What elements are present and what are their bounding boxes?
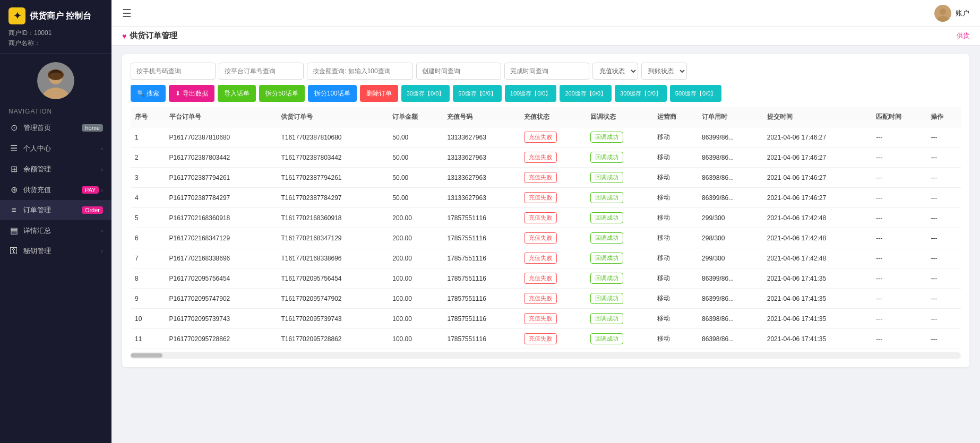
sidebar-item-profile[interactable]: ☰ 个人中心 ›	[0, 138, 111, 159]
cell-callback-status: 回调成功	[586, 208, 653, 228]
sidebar-title: 供货商户 控制台	[30, 11, 91, 22]
export-icon: ⬇	[175, 90, 180, 97]
table-row: 5 P1617702168360918 T1617702168360918 20…	[131, 208, 961, 228]
home-badge: home	[82, 124, 103, 132]
cell-op: ---	[926, 188, 961, 208]
cell-carrier: 移动	[653, 208, 698, 228]
recharge-status-badge: 充值失败	[524, 232, 557, 244]
cell-phone: 13133627963	[443, 147, 519, 168]
cell-callback-status: 回调成功	[586, 188, 653, 208]
table-row: 1 P1617702387810680 T1617702387810680 50…	[131, 127, 961, 147]
hamburger-menu-button[interactable]: ☰	[122, 7, 132, 20]
breadcrumb-right: 供货	[957, 31, 969, 40]
sidebar-item-orders[interactable]: ≡ 订单管理 Order	[0, 200, 111, 220]
cell-seq: 2	[131, 147, 165, 168]
delete-button[interactable]: 删除订单	[360, 85, 398, 102]
cell-platform-order: P1617702095739743	[165, 309, 277, 329]
page-title: 供货订单管理	[130, 31, 177, 41]
cell-phone: 13133627963	[443, 127, 519, 147]
sidebar-item-details[interactable]: ▤ 详情汇总 ›	[0, 220, 111, 241]
cell-seq: 4	[131, 188, 165, 208]
cell-carrier: 移动	[653, 289, 698, 309]
cell-amount: 50.00	[388, 127, 443, 147]
cell-supply-order: T1617702387784297	[277, 188, 388, 208]
cell-supply-order: T1617702168360918	[277, 208, 388, 228]
recharge-status-select[interactable]: 充值状态	[592, 63, 638, 80]
cell-duration: 86398/86...	[698, 329, 763, 349]
cell-submit-time: 2021-04-06 17:42:48	[763, 208, 872, 228]
recharge-status-badge: 充值失败	[524, 152, 557, 163]
cell-callback-status: 回调成功	[586, 147, 653, 168]
chevron-right-icon: ›	[101, 145, 103, 152]
create-time-search-input[interactable]	[416, 63, 501, 80]
phone-search-input[interactable]	[131, 63, 216, 80]
cache30-button[interactable]: 30缓存【0/0】	[401, 85, 450, 102]
cell-callback-status: 回调成功	[586, 168, 653, 188]
cell-carrier: 移动	[653, 228, 698, 248]
cell-platform-order: P1617702168347129	[165, 228, 277, 248]
split50-button[interactable]: 拆分50话单	[259, 85, 304, 102]
cell-duration: 86399/86...	[698, 188, 763, 208]
cell-match-time: ---	[872, 147, 926, 168]
search-button[interactable]: 🔍 搜索	[131, 85, 166, 102]
cell-amount: 200.00	[388, 208, 443, 228]
import-button[interactable]: 导入话单	[218, 85, 256, 102]
cell-recharge-status: 充值失败	[520, 147, 587, 168]
cell-duration: 86399/86...	[698, 289, 763, 309]
table-row: 10 P1617702095739743 T1617702095739743 1…	[131, 309, 961, 329]
col-submit-time: 提交时间	[763, 107, 872, 127]
cell-submit-time: 2021-04-06 17:41:35	[763, 289, 872, 309]
callback-status-badge: 回调成功	[590, 152, 623, 163]
cell-op: ---	[926, 268, 961, 289]
recharge-status-badge: 充值失败	[524, 132, 557, 143]
sidebar-item-label: 详情汇总	[23, 226, 51, 236]
amount-search-input[interactable]	[307, 63, 413, 80]
sidebar-header: ✦ 供货商户 控制台 商户ID：10001 商户名称：	[0, 0, 111, 54]
sidebar-item-label: 供货充值	[23, 185, 51, 195]
cell-amount: 100.00	[388, 309, 443, 329]
user-name-label: 账户	[956, 8, 969, 18]
callback-status-badge: 回调成功	[590, 293, 623, 304]
cell-match-time: ---	[872, 188, 926, 208]
cell-submit-time: 2021-04-06 17:46:27	[763, 127, 872, 147]
cache200-button[interactable]: 200缓存【0/0】	[560, 85, 612, 102]
col-op: 操作	[926, 107, 961, 127]
split100-button[interactable]: 拆分100话单	[308, 85, 357, 102]
cache100-button[interactable]: 100缓存【0/0】	[505, 85, 557, 102]
sidebar-item-balance[interactable]: ⊞ 余额管理 ›	[0, 159, 111, 179]
cell-recharge-status: 充值失败	[520, 127, 587, 147]
cell-submit-time: 2021-04-06 17:42:48	[763, 248, 872, 268]
sidebar-item-home[interactable]: ⊙ 管理首页 home	[0, 117, 111, 138]
content-area: 充值状态 到账状态 🔍 搜索 ⬇ 导出数据 导入话单 拆分50话单 拆分100话…	[111, 46, 980, 443]
export-button[interactable]: ⬇ 导出数据	[169, 85, 214, 102]
arrival-status-select[interactable]: 到账状态	[641, 63, 687, 80]
user-menu[interactable]: 账户	[934, 5, 969, 22]
cache50-button[interactable]: 50缓存【0/0】	[453, 85, 502, 102]
platform-order-search-input[interactable]	[219, 63, 304, 80]
cell-phone: 17857551116	[443, 208, 519, 228]
cache500-button[interactable]: 500缓存【0/0】	[670, 85, 722, 102]
table-header-row: 序号 平台订单号 供货订单号 订单金额 充值号码 充值状态 回调状态 运营商 订…	[131, 107, 961, 127]
profile-icon: ☰	[8, 143, 19, 153]
breadcrumb: ♥ 供货订单管理 供货	[111, 27, 980, 46]
horizontal-scrollbar[interactable]	[131, 352, 961, 359]
svg-point-4	[940, 8, 946, 15]
sidebar-item-recharge[interactable]: ⊕ 供货充值 PAY ›	[0, 179, 111, 200]
cell-callback-status: 回调成功	[586, 268, 653, 289]
recharge-status-badge: 充值失败	[524, 212, 557, 223]
sidebar-item-keys[interactable]: ⚿ 秘钥管理 ›	[0, 241, 111, 261]
details-icon: ▤	[8, 225, 19, 236]
orders-icon: ≡	[8, 205, 19, 215]
table-row: 7 P1617702168338696 T1617702168338696 20…	[131, 248, 961, 268]
cache300-button[interactable]: 300缓存【0/0】	[615, 85, 667, 102]
table-row: 4 P1617702387784297 T1617702387784297 50…	[131, 188, 961, 208]
complete-time-search-input[interactable]	[504, 63, 589, 80]
chevron-right-icon: ›	[101, 166, 103, 172]
cell-seq: 3	[131, 168, 165, 188]
callback-status-badge: 回调成功	[590, 172, 623, 183]
chevron-right-icon: ›	[101, 248, 103, 254]
cell-supply-order: T1617702168347129	[277, 228, 388, 248]
order-badge: Order	[82, 206, 103, 214]
cell-match-time: ---	[872, 329, 926, 349]
cell-phone: 17857551116	[443, 268, 519, 289]
